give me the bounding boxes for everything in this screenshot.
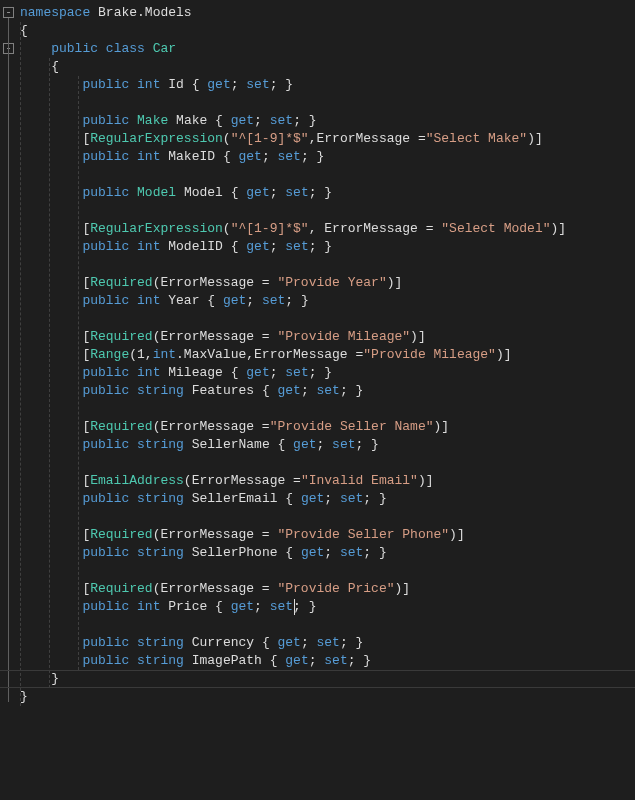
code-line[interactable] [18, 166, 566, 184]
code-line[interactable] [18, 202, 566, 220]
code-line[interactable] [18, 508, 566, 526]
token-kw: int [137, 293, 160, 308]
token-punc [129, 293, 137, 308]
code-line[interactable]: public Make Make { get; set; } [18, 112, 566, 130]
code-editor[interactable]: -- namespace Brake.Models{ public class … [0, 0, 635, 800]
token-punc: ; [309, 653, 325, 668]
token-punc [129, 653, 137, 668]
token-punc: ( [223, 131, 231, 146]
token-punc: { [199, 293, 222, 308]
token-str: "Invalid Email" [301, 473, 418, 488]
token-punc: ; [270, 185, 286, 200]
code-line[interactable]: public string SellerPhone { get; set; } [18, 544, 566, 562]
token-ident: Mileage [168, 365, 223, 380]
token-punc [184, 383, 192, 398]
token-punc: [ [20, 527, 90, 542]
token-kw: set [340, 491, 363, 506]
token-kw: public [82, 635, 129, 650]
token-ident: ModelID [168, 239, 223, 254]
token-punc: ; } [340, 635, 363, 650]
token-punc [184, 491, 192, 506]
token-ident: Currency [192, 635, 254, 650]
code-line[interactable] [18, 562, 566, 580]
token-punc: ; [254, 599, 270, 614]
token-punc [90, 5, 98, 20]
token-punc [129, 491, 137, 506]
fold-toggle-icon[interactable]: - [3, 7, 14, 18]
token-kw: public [82, 185, 129, 200]
token-kw: set [285, 365, 308, 380]
token-punc: { [262, 653, 285, 668]
code-line[interactable] [18, 256, 566, 274]
token-str: "Provide Seller Name" [270, 419, 434, 434]
token-kw: public [82, 149, 129, 164]
code-line[interactable]: [Range(1,int.MaxValue,ErrorMessage ="Pro… [18, 346, 566, 364]
token-punc: ; [262, 149, 278, 164]
token-punc: )] [449, 527, 465, 542]
code-line[interactable]: public int ModelID { get; set; } [18, 238, 566, 256]
token-str: "Provide Mileage" [363, 347, 496, 362]
token-punc: (1, [129, 347, 152, 362]
code-line[interactable]: [Required(ErrorMessage = "Provide Mileag… [18, 328, 566, 346]
code-line[interactable]: [Required(ErrorMessage = "Provide Price"… [18, 580, 566, 598]
code-line[interactable]: } [18, 688, 566, 706]
token-kw: string [137, 491, 184, 506]
token-punc: ,ErrorMessage = [309, 131, 426, 146]
code-line[interactable]: namespace Brake.Models [18, 4, 566, 22]
token-str: "Provide Year" [277, 275, 386, 290]
token-punc [129, 239, 137, 254]
code-line[interactable]: public string ImagePath { get; set; } [18, 652, 566, 670]
token-kw: set [324, 653, 347, 668]
token-punc: { [223, 239, 246, 254]
token-kw: set [278, 149, 301, 164]
code-line[interactable]: [RegularExpression("^[1-9]*$",ErrorMessa… [18, 130, 566, 148]
code-line[interactable]: public int Mileage { get; set; } [18, 364, 566, 382]
token-punc: [ [20, 419, 90, 434]
code-line[interactable]: [RegularExpression("^[1-9]*$", ErrorMess… [18, 220, 566, 238]
code-line[interactable]: public int Price { get; set; } [18, 598, 566, 616]
token-punc: [ [20, 347, 90, 362]
token-str: "Provide Seller Phone" [277, 527, 449, 542]
token-kw: set [285, 185, 308, 200]
code-line[interactable]: [EmailAddress(ErrorMessage ="Invalid Ema… [18, 472, 566, 490]
token-kw: get [278, 635, 301, 650]
code-line[interactable]: public int Id { get; set; } [18, 76, 566, 94]
code-area[interactable]: namespace Brake.Models{ public class Car… [18, 4, 566, 706]
token-punc: ; [324, 491, 340, 506]
token-punc: [ [20, 473, 90, 488]
code-line[interactable]: public int MakeID { get; set; } [18, 148, 566, 166]
token-kw: get [293, 437, 316, 452]
token-str: "Provide Price" [277, 581, 394, 596]
code-line[interactable] [18, 310, 566, 328]
code-line[interactable]: [Required(ErrorMessage = "Provide Year")… [18, 274, 566, 292]
code-line[interactable]: public string Features { get; set; } [18, 382, 566, 400]
token-punc: { [254, 635, 277, 650]
code-line[interactable]: [Required(ErrorMessage ="Provide Seller … [18, 418, 566, 436]
code-line[interactable]: [Required(ErrorMessage = "Provide Seller… [18, 526, 566, 544]
code-line[interactable]: public class Car [18, 40, 566, 58]
token-punc: } [20, 671, 59, 686]
code-line[interactable] [18, 616, 566, 634]
token-ident: Features [192, 383, 254, 398]
token-punc: ; [301, 635, 317, 650]
code-line[interactable]: } [18, 670, 566, 688]
code-line[interactable]: public string SellerEmail { get; set; } [18, 490, 566, 508]
token-punc: ; } [309, 365, 332, 380]
code-line[interactable]: public Model Model { get; set; } [18, 184, 566, 202]
code-line[interactable] [18, 94, 566, 112]
code-line[interactable]: public string Currency { get; set; } [18, 634, 566, 652]
token-punc [129, 365, 137, 380]
token-kw: set [285, 239, 308, 254]
code-line[interactable]: { [18, 22, 566, 40]
token-punc: { [20, 23, 28, 38]
token-kw: int [137, 599, 160, 614]
code-line[interactable] [18, 454, 566, 472]
token-punc [20, 653, 82, 668]
code-line[interactable]: public int Year { get; set; } [18, 292, 566, 310]
code-line[interactable]: { [18, 58, 566, 76]
code-line[interactable]: public string SellerName { get; set; } [18, 436, 566, 454]
token-kw: int [137, 365, 160, 380]
token-punc: { [215, 149, 238, 164]
code-line[interactable] [18, 400, 566, 418]
token-type: Required [90, 527, 152, 542]
